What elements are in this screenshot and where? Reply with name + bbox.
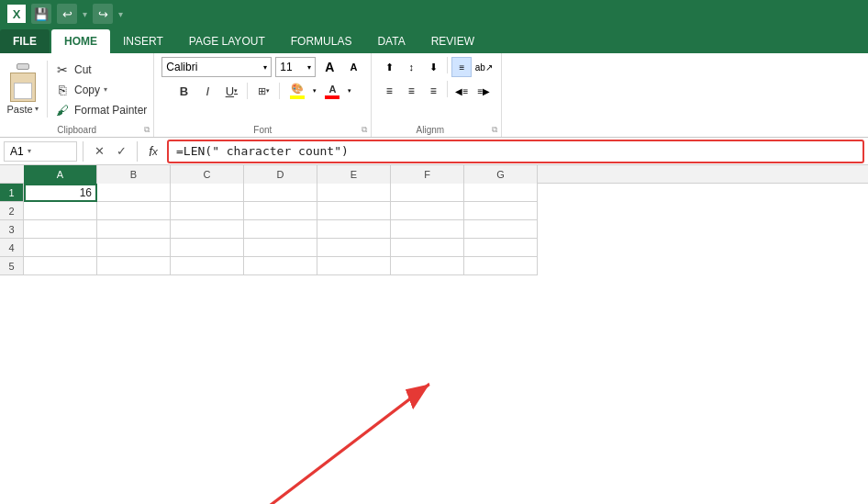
cell-D2[interactable] xyxy=(244,202,317,220)
cell-C5[interactable] xyxy=(171,257,244,275)
svg-line-1 xyxy=(97,384,429,504)
tab-pagelayout[interactable]: PAGE LAYOUT xyxy=(176,29,278,53)
font-decrease-button[interactable]: A xyxy=(343,57,363,77)
cell-C4[interactable] xyxy=(171,239,244,257)
align-row1: ⬆ ↕ ⬇ ≡ ab↗ xyxy=(379,57,494,77)
cell-A5[interactable] xyxy=(24,257,97,275)
font-color-button[interactable]: A xyxy=(320,81,344,101)
underline-arrow[interactable]: ▾ xyxy=(234,87,238,95)
italic-button[interactable]: I xyxy=(197,81,217,101)
font-size-select[interactable]: 11 ▾ xyxy=(275,57,316,77)
col-header-D[interactable]: D xyxy=(244,165,317,184)
tab-file[interactable]: FILE xyxy=(0,29,50,53)
align-justify-button[interactable]: ≡ xyxy=(451,57,472,77)
cell-F2[interactable] xyxy=(391,202,464,220)
cell-B4[interactable] xyxy=(97,239,171,257)
insert-function-button[interactable]: fx xyxy=(143,141,163,162)
orientation-button[interactable]: ab↗ xyxy=(473,57,494,77)
format-painter-button[interactable]: 🖌 Format Painter xyxy=(51,101,150,119)
formula-input[interactable]: =LEN(" character count") xyxy=(167,140,864,163)
tab-review[interactable]: REVIEW xyxy=(418,29,487,53)
cell-D3[interactable] xyxy=(244,220,317,239)
cell-E3[interactable] xyxy=(317,220,391,239)
bold-button[interactable]: B xyxy=(173,81,194,101)
decrease-indent-button[interactable]: ◀≡ xyxy=(451,81,472,101)
cell-G5[interactable] xyxy=(464,257,538,275)
fill-color-arrow[interactable]: ▾ xyxy=(313,87,317,95)
copy-dropdown-arrow[interactable]: ▾ xyxy=(104,85,107,94)
cell-D5[interactable] xyxy=(244,257,317,275)
undo-arrow: ▾ xyxy=(83,9,87,19)
rows-container: 1 16 2 3 xyxy=(0,184,868,275)
col-header-B[interactable]: B xyxy=(97,165,171,184)
cell-C1[interactable] xyxy=(171,184,244,202)
align-bottom-button[interactable]: ⬇ xyxy=(423,57,443,77)
increase-indent-button[interactable]: ≡▶ xyxy=(473,81,494,101)
cell-E4[interactable] xyxy=(317,239,391,257)
underline-button[interactable]: U ▾ xyxy=(221,81,241,101)
cut-button[interactable]: ✂ Cut xyxy=(51,61,150,79)
cell-D4[interactable] xyxy=(244,239,317,257)
borders-button[interactable]: ⊞ ▾ xyxy=(253,81,273,101)
cell-B1[interactable] xyxy=(97,184,171,202)
align-top-button[interactable]: ⬆ xyxy=(379,57,399,77)
align-left-button[interactable]: ≡ xyxy=(379,81,399,101)
cell-F3[interactable] xyxy=(391,220,464,239)
alignment-expand-icon[interactable]: ⧉ xyxy=(492,125,497,135)
col-header-E[interactable]: E xyxy=(317,165,391,184)
cell-C3[interactable] xyxy=(171,220,244,239)
clipboard-expand-icon[interactable]: ⧉ xyxy=(144,125,150,135)
alignment-group: ⬆ ↕ ⬇ ≡ ab↗ ≡ xyxy=(372,53,502,137)
font-group-label: Font xyxy=(154,125,371,135)
cell-E2[interactable] xyxy=(317,202,391,220)
col-header-G[interactable]: G xyxy=(464,165,538,184)
confirm-formula-button[interactable]: ✓ xyxy=(111,141,131,162)
save-button[interactable]: 💾 xyxy=(31,4,51,24)
cell-D1[interactable] xyxy=(244,184,317,202)
tab-insert[interactable]: INSERT xyxy=(110,29,176,53)
align-middle-button[interactable]: ↕ xyxy=(401,57,421,77)
cell-B5[interactable] xyxy=(97,257,171,275)
copy-button[interactable]: ⎘ Copy ▾ xyxy=(51,81,150,99)
cell-B2[interactable] xyxy=(97,202,171,220)
cell-G1[interactable] xyxy=(464,184,538,202)
cell-A3[interactable] xyxy=(24,220,97,239)
cancel-formula-button[interactable]: ✕ xyxy=(89,141,109,162)
font-family-select[interactable]: Calibri ▾ xyxy=(161,57,272,77)
fill-color-button[interactable]: 🎨 xyxy=(285,81,309,101)
cell-B3[interactable] xyxy=(97,220,171,239)
paste-button[interactable]: Paste ▾ xyxy=(4,61,48,118)
undo-button[interactable]: ↩ xyxy=(57,4,77,24)
tab-data[interactable]: DATA xyxy=(364,29,417,53)
cell-F5[interactable] xyxy=(391,257,464,275)
name-box[interactable]: A1 ▾ xyxy=(4,141,77,162)
cell-A4[interactable] xyxy=(24,239,97,257)
cell-F4[interactable] xyxy=(391,239,464,257)
tab-home[interactable]: HOME xyxy=(51,29,110,53)
cell-G3[interactable] xyxy=(464,220,538,239)
cell-A2[interactable] xyxy=(24,202,97,220)
cell-C2[interactable] xyxy=(171,202,244,220)
font-expand-icon[interactable]: ⧉ xyxy=(362,125,367,135)
cell-F1[interactable] xyxy=(391,184,464,202)
redo-button[interactable]: ↪ xyxy=(93,4,113,24)
paste-dropdown-arrow[interactable]: ▾ xyxy=(35,105,39,113)
align-center-button[interactable]: ≡ xyxy=(401,81,421,101)
align-right-button[interactable]: ≡ xyxy=(423,81,443,101)
col-header-C[interactable]: C xyxy=(171,165,244,184)
borders-arrow[interactable]: ▾ xyxy=(266,87,270,95)
col-header-F[interactable]: F xyxy=(391,165,464,184)
cell-E5[interactable] xyxy=(317,257,391,275)
align-right-icon: ≡ xyxy=(430,84,437,97)
col-header-A[interactable]: A xyxy=(24,165,97,184)
font-increase-button[interactable]: A xyxy=(319,57,339,77)
table-row: 2 xyxy=(0,202,868,220)
tab-formulas[interactable]: FORMULAS xyxy=(278,29,365,53)
font-color-arrow[interactable]: ▾ xyxy=(348,87,351,95)
cell-E1[interactable] xyxy=(317,184,391,202)
column-headers: A B C D E F G xyxy=(0,165,868,184)
cell-G4[interactable] xyxy=(464,239,538,257)
cell-G2[interactable] xyxy=(464,202,538,220)
name-box-arrow[interactable]: ▾ xyxy=(28,147,31,155)
cell-A1[interactable]: 16 xyxy=(24,184,97,202)
